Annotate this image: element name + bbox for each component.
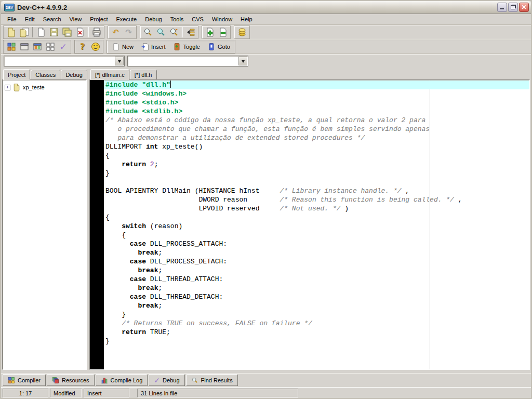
tab-dll-h[interactable]: [*] dll.h xyxy=(130,70,157,79)
code-editor[interactable]: #include "dll.h"#include <windows.h>#inc… xyxy=(89,79,530,370)
print-button[interactable] xyxy=(90,26,103,38)
code-line-15: LPVOID reserved /* Not used. */ ) xyxy=(104,204,529,213)
goto-line-button[interactable] xyxy=(184,26,197,38)
tab-dllmain-c[interactable]: [*] dllmain.c xyxy=(90,69,129,80)
title-bar[interactable]: DEV Dev-C++ 4.9.9.2 ✕ xyxy=(1,1,531,14)
redo-icon: ↷ xyxy=(125,29,132,36)
menu-debug[interactable]: Debug xyxy=(141,14,166,24)
tab-debug-report-label: Debug xyxy=(163,377,179,383)
tab-dllmain-label: [*] dllmain.c xyxy=(95,72,125,78)
help-group: ? xyxy=(74,40,103,54)
compile-log-tab-icon xyxy=(101,377,108,384)
compile-button[interactable] xyxy=(5,41,18,53)
devcpp-window: DEV Dev-C++ 4.9.9.2 ✕ FileEditSearchView… xyxy=(0,0,532,399)
compile-icon xyxy=(6,42,17,52)
save-all-button[interactable] xyxy=(60,26,73,38)
resources-tab-icon xyxy=(52,377,59,384)
text-caret xyxy=(170,81,171,88)
restore-button[interactable] xyxy=(508,3,518,12)
new-unit-button[interactable]: New xyxy=(108,41,137,53)
find-button[interactable] xyxy=(141,26,154,38)
undo-button[interactable]: ↶ xyxy=(109,26,122,38)
menu-view[interactable]: View xyxy=(65,14,86,24)
insert-button[interactable]: Insert xyxy=(137,41,169,53)
search-icon xyxy=(143,27,153,37)
tab-classes[interactable]: Classes xyxy=(31,70,60,79)
combobox-1[interactable] xyxy=(4,56,125,66)
about-button[interactable] xyxy=(89,41,102,53)
menu-edit[interactable]: Edit xyxy=(21,14,39,24)
tree-item-xp-teste[interactable]: + xp_teste xyxy=(5,83,84,92)
toggle-bookmark-icon xyxy=(173,43,181,51)
rebuild-all-button[interactable] xyxy=(44,41,57,53)
add-file-icon xyxy=(205,27,215,37)
tree-expander-icon[interactable]: + xyxy=(5,85,10,90)
menu-file[interactable]: File xyxy=(3,14,21,24)
file-toolbar-group xyxy=(3,25,104,39)
status-modified: Modified xyxy=(50,389,82,397)
main-toolbar: ↶ ↷ xyxy=(1,25,531,39)
menu-cvs[interactable]: CVS xyxy=(188,14,208,24)
tab-resources[interactable]: Resources xyxy=(47,374,95,386)
save-icon xyxy=(49,27,59,37)
chevron-down-icon xyxy=(242,60,245,64)
code-line-13: BOOL APIENTRY DllMain (HINSTANCE hInst /… xyxy=(104,187,529,195)
help-button[interactable]: ? xyxy=(76,41,89,53)
minimize-button[interactable] xyxy=(497,3,507,12)
status-bar: 1: 17 Modified Insert 31 Lines in file xyxy=(1,387,531,398)
code-area[interactable]: #include "dll.h"#include <windows.h>#inc… xyxy=(104,80,529,369)
menu-execute[interactable]: Execute xyxy=(112,14,141,24)
tab-project[interactable]: Project xyxy=(3,69,30,80)
combobox-1-value xyxy=(4,56,114,66)
tab-debug-panel[interactable]: Debug xyxy=(61,70,87,79)
new-file-button[interactable] xyxy=(34,26,47,38)
specials-group: New Insert Toggle Goto xyxy=(107,40,235,54)
tab-project-label: Project xyxy=(8,72,25,78)
new-project-button[interactable] xyxy=(5,26,18,38)
menu-help[interactable]: Help xyxy=(236,14,257,24)
tab-compile-log[interactable]: Compile Log xyxy=(96,374,148,386)
code-line-17: switch (reason) xyxy=(104,222,529,231)
edit-toolbar-group: ↶ ↷ xyxy=(108,25,137,39)
code-line-8: DLLIMPORT int xp_teste() xyxy=(104,142,529,151)
combobox-2[interactable] xyxy=(127,56,248,66)
close-file-button[interactable] xyxy=(73,26,86,38)
menu-project[interactable]: Project xyxy=(86,14,112,24)
help-icon: ? xyxy=(80,43,85,51)
replace-icon xyxy=(169,27,179,37)
compiler-tab-icon xyxy=(8,377,15,384)
menu-tools[interactable]: Tools xyxy=(166,14,188,24)
syntax-check-button[interactable]: ✓ xyxy=(57,41,70,53)
open-project-button[interactable] xyxy=(18,26,31,38)
redo-button[interactable]: ↷ xyxy=(122,26,135,38)
combobox-2-dropdown-button[interactable] xyxy=(238,57,247,65)
replace-button[interactable] xyxy=(167,26,180,38)
tab-classes-label: Classes xyxy=(35,72,56,78)
tab-find-results[interactable]: Find Results xyxy=(186,374,238,386)
profile-button[interactable] xyxy=(235,26,248,38)
code-line-14: DWORD reason /* Reason this function is … xyxy=(104,195,529,204)
combobox-1-dropdown-button[interactable] xyxy=(115,57,124,65)
close-button[interactable]: ✕ xyxy=(519,3,529,12)
find-in-files-button[interactable] xyxy=(154,26,167,38)
code-line-29: return TRUE; xyxy=(104,328,529,337)
window-controls: ✕ xyxy=(497,3,529,12)
add-to-project-button[interactable] xyxy=(203,26,216,38)
save-all-icon xyxy=(62,27,72,37)
main-area: Project Classes Debug + xp_teste [*] dll… xyxy=(1,68,531,373)
menu-search[interactable]: Search xyxy=(39,14,65,24)
compile-and-run-button[interactable] xyxy=(31,41,44,53)
tab-compiler[interactable]: Compiler xyxy=(3,374,46,386)
toggle-bookmark-button[interactable]: Toggle xyxy=(169,41,204,53)
goto-bookmark-button[interactable]: Goto xyxy=(204,41,234,53)
goto-line-icon xyxy=(185,27,196,37)
code-lines: #include "dll.h"#include <windows.h>#inc… xyxy=(104,80,529,354)
save-button[interactable] xyxy=(47,26,60,38)
project-tree[interactable]: + xp_teste xyxy=(2,79,87,370)
run-button[interactable] xyxy=(18,41,31,53)
remove-from-project-button[interactable] xyxy=(216,26,229,38)
menu-window[interactable]: Window xyxy=(208,14,236,24)
new-file-icon xyxy=(36,27,46,37)
tab-debug-report[interactable]: ✓ Debug xyxy=(149,374,184,386)
find-in-files-icon xyxy=(156,27,166,37)
